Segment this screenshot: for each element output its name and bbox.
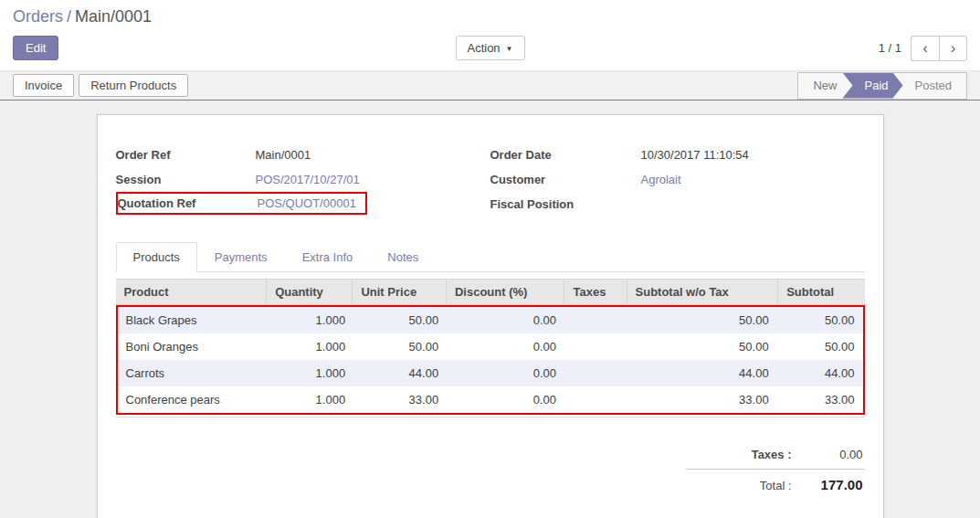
quotation-ref-label: Quotation Ref bbox=[118, 196, 258, 210]
total-value: 177.00 bbox=[792, 477, 863, 492]
tab-payments[interactable]: Payments bbox=[197, 242, 285, 272]
breadcrumb-separator: / bbox=[63, 7, 75, 26]
cell-taxes bbox=[564, 360, 627, 386]
column-header-discount[interactable]: Discount (%) bbox=[447, 280, 565, 304]
session-link[interactable]: POS/2017/10/27/01 bbox=[256, 173, 360, 186]
action-label: Action bbox=[467, 41, 500, 55]
chevron-right-icon: › bbox=[951, 40, 956, 56]
chevron-left-icon: ‹ bbox=[922, 40, 928, 56]
cell-subtotal-wo-tax: 50.00 bbox=[627, 333, 777, 360]
totals-separator bbox=[686, 469, 865, 470]
cell-quantity: 1.000 bbox=[268, 386, 353, 413]
taxes-total-row: Taxes : 0.00 bbox=[750, 445, 865, 464]
session-label: Session bbox=[116, 173, 256, 186]
customer-label: Customer bbox=[490, 173, 641, 186]
breadcrumb-current: Main/0001 bbox=[75, 7, 152, 26]
cell-discount: 0.00 bbox=[447, 307, 564, 333]
cell-quantity: 1.000 bbox=[268, 333, 353, 360]
order-date-label: Order Date bbox=[490, 148, 641, 162]
cell-unit-price: 50.00 bbox=[353, 307, 447, 333]
tab-products[interactable]: Products bbox=[116, 242, 197, 272]
field-order-ref: Order Ref Main/0001 bbox=[116, 143, 490, 167]
order-form-sheet: Order Ref Main/0001 Session POS/2017/10/… bbox=[97, 114, 884, 518]
status-bar: Invoice Return Products New Paid Posted bbox=[0, 70, 980, 100]
cell-discount: 0.00 bbox=[447, 360, 564, 386]
table-bottom-rule bbox=[116, 417, 865, 418]
pager: 1 / 1 ‹ › bbox=[879, 36, 967, 61]
cell-unit-price: 50.00 bbox=[353, 333, 447, 360]
field-group-right: Order Date 10/30/2017 11:10:54 Customer … bbox=[490, 143, 865, 217]
cell-quantity: 1.000 bbox=[268, 360, 353, 386]
order-ref-value: Main/0001 bbox=[256, 148, 311, 162]
top-bar: Orders/Main/0001 Edit Action▼ 1 / 1 ‹ › bbox=[0, 0, 980, 70]
field-order-date: Order Date 10/30/2017 11:10:54 bbox=[490, 143, 865, 167]
totals-block: Taxes : 0.00 Total : 177.00 bbox=[116, 445, 865, 495]
field-fiscal-position: Fiscal Position bbox=[490, 192, 865, 217]
table-header-row: Product Quantity Unit Price Discount (%)… bbox=[116, 279, 865, 305]
table-row[interactable]: Black Grapes 1.000 50.00 0.00 50.00 50.0… bbox=[118, 307, 863, 333]
cell-subtotal-wo-tax: 50.00 bbox=[627, 307, 777, 333]
return-products-button[interactable]: Return Products bbox=[79, 74, 188, 97]
breadcrumb: Orders/Main/0001 bbox=[13, 7, 967, 26]
order-lines-table: Product Quantity Unit Price Discount (%)… bbox=[116, 279, 865, 418]
cell-taxes bbox=[564, 386, 627, 413]
action-dropdown-wrap: Action▼ bbox=[455, 36, 524, 60]
total-label: Total : bbox=[760, 479, 792, 492]
cell-subtotal: 44.00 bbox=[777, 360, 863, 386]
status-step-posted[interactable]: Posted bbox=[893, 73, 966, 99]
column-header-unit-price[interactable]: Unit Price bbox=[353, 280, 447, 304]
fiscal-position-label: Fiscal Position bbox=[490, 197, 641, 211]
column-header-product[interactable]: Product bbox=[116, 280, 268, 304]
taxes-value: 0.00 bbox=[792, 448, 863, 461]
edit-button[interactable]: Edit bbox=[13, 36, 58, 60]
pager-buttons: ‹ › bbox=[911, 36, 967, 61]
cell-unit-price: 33.00 bbox=[353, 386, 447, 413]
cell-discount: 0.00 bbox=[447, 386, 564, 413]
cell-quantity: 1.000 bbox=[268, 307, 353, 333]
cell-subtotal-wo-tax: 44.00 bbox=[627, 360, 777, 386]
pager-next-button[interactable]: › bbox=[939, 36, 967, 61]
tab-extra-info[interactable]: Extra Info bbox=[285, 242, 371, 272]
taxes-label: Taxes : bbox=[752, 448, 792, 461]
breadcrumb-orders-link[interactable]: Orders bbox=[13, 7, 63, 26]
cell-discount: 0.00 bbox=[447, 333, 564, 360]
field-quotation-ref-highlighted: Quotation Ref POS/QUOT/00001 bbox=[116, 192, 367, 215]
content-area: Order Ref Main/0001 Session POS/2017/10/… bbox=[0, 100, 980, 518]
status-step-new[interactable]: New bbox=[798, 73, 853, 99]
field-session: Session POS/2017/10/27/01 bbox=[116, 167, 490, 192]
column-header-quantity[interactable]: Quantity bbox=[267, 280, 353, 304]
table-row[interactable]: Carrots 1.000 44.00 0.00 44.00 44.00 bbox=[118, 360, 863, 386]
cell-product: Boni Oranges bbox=[118, 333, 269, 360]
tab-notes[interactable]: Notes bbox=[370, 242, 436, 272]
pager-count: 1 / 1 bbox=[879, 41, 901, 55]
column-header-taxes[interactable]: Taxes bbox=[564, 280, 627, 304]
status-flow: New Paid Posted bbox=[797, 72, 967, 100]
action-dropdown-button[interactable]: Action▼ bbox=[455, 36, 524, 60]
cell-product: Carrots bbox=[118, 360, 269, 386]
cell-subtotal: 50.00 bbox=[777, 333, 863, 360]
customer-link[interactable]: Agrolait bbox=[641, 173, 681, 186]
field-groups: Order Ref Main/0001 Session POS/2017/10/… bbox=[116, 143, 865, 217]
cell-product: Conference pears bbox=[118, 386, 269, 413]
field-customer: Customer Agrolait bbox=[490, 167, 865, 192]
table-row[interactable]: Conference pears 1.000 33.00 0.00 33.00 … bbox=[118, 386, 863, 413]
pager-previous-button[interactable]: ‹ bbox=[911, 36, 939, 61]
cell-unit-price: 44.00 bbox=[353, 360, 447, 386]
quotation-ref-link[interactable]: POS/QUOT/00001 bbox=[258, 196, 356, 210]
cell-subtotal-wo-tax: 33.00 bbox=[627, 386, 777, 413]
column-header-subtotal[interactable]: Subtotal bbox=[778, 280, 864, 304]
cell-product: Black Grapes bbox=[118, 307, 269, 333]
notebook-tabs: Products Payments Extra Info Notes bbox=[116, 242, 865, 272]
caret-down-icon: ▼ bbox=[506, 45, 513, 53]
column-header-subtotal-wo-tax[interactable]: Subtotal w/o Tax bbox=[627, 280, 779, 304]
order-date-value: 10/30/2017 11:10:54 bbox=[641, 148, 749, 162]
order-ref-label: Order Ref bbox=[116, 148, 256, 162]
cell-taxes bbox=[564, 307, 627, 333]
invoice-button[interactable]: Invoice bbox=[13, 74, 74, 97]
cell-subtotal: 33.00 bbox=[777, 386, 863, 413]
field-group-left: Order Ref Main/0001 Session POS/2017/10/… bbox=[116, 143, 490, 217]
grand-total-row: Total : 177.00 bbox=[758, 474, 865, 495]
table-row[interactable]: Boni Oranges 1.000 50.00 0.00 50.00 50.0… bbox=[118, 333, 863, 360]
order-lines-highlight-box: Black Grapes 1.000 50.00 0.00 50.00 50.0… bbox=[116, 305, 865, 415]
cell-subtotal: 50.00 bbox=[777, 307, 863, 333]
